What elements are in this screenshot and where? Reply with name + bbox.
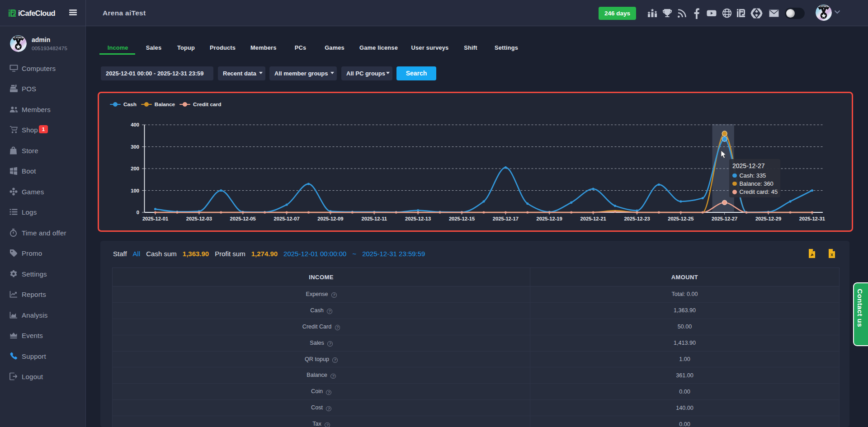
svg-text:2025-12-05: 2025-12-05: [230, 216, 255, 221]
svg-text:2025-12-17: 2025-12-17: [492, 216, 518, 221]
svg-text:0: 0: [136, 210, 139, 215]
svg-text:2025-12-23: 2025-12-23: [624, 216, 650, 221]
svg-text:2025-12-01: 2025-12-01: [142, 216, 168, 221]
svg-text:2025-12-19: 2025-12-19: [536, 216, 562, 221]
svg-text:PLATINUM: PLATINUM: [13, 37, 24, 39]
svg-text:2025-12-29: 2025-12-29: [755, 216, 781, 221]
svg-text:2025-12-11: 2025-12-11: [361, 216, 387, 221]
svg-text:2025-12-03: 2025-12-03: [186, 216, 212, 221]
svg-text:2025-12-27: 2025-12-27: [712, 216, 737, 221]
svg-text:2025-12-25: 2025-12-25: [668, 216, 693, 221]
svg-text:400: 400: [131, 122, 139, 127]
svg-text:200: 200: [131, 166, 139, 171]
svg-text:2025-12-09: 2025-12-09: [317, 216, 343, 221]
svg-text:2025-12-15: 2025-12-15: [448, 216, 474, 221]
svg-text:2025-12-07: 2025-12-07: [274, 216, 299, 221]
svg-text:x: x: [830, 252, 834, 257]
svg-text:2025-12-13: 2025-12-13: [405, 216, 431, 221]
svg-text:2025-12-31: 2025-12-31: [799, 216, 825, 221]
svg-text:300: 300: [131, 144, 139, 149]
svg-text:PLATINUM: PLATINUM: [818, 5, 829, 8]
svg-text:2025-12-21: 2025-12-21: [580, 216, 606, 221]
svg-text:100: 100: [131, 188, 139, 193]
